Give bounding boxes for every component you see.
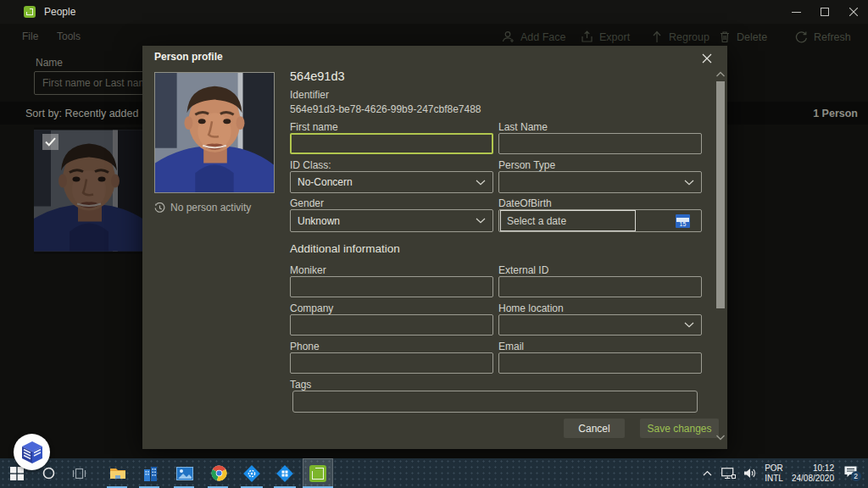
menu-tools[interactable]: Tools bbox=[57, 30, 81, 42]
task-view-button[interactable] bbox=[66, 458, 92, 488]
chrome-icon bbox=[211, 465, 227, 481]
identifier-value: 564e91d3-be78-4626-99b9-247cbf8e7488 bbox=[290, 103, 481, 115]
person-name-heading: 564e91d3 bbox=[290, 69, 345, 83]
id-class-select[interactable]: No-Concern bbox=[290, 171, 493, 193]
id-class-value: No-Concern bbox=[298, 176, 353, 188]
refresh-icon bbox=[795, 30, 808, 43]
delete-button[interactable]: Delete bbox=[719, 30, 767, 43]
scrollbar-thumb[interactable] bbox=[716, 81, 725, 308]
scroll-up-icon[interactable] bbox=[715, 71, 726, 78]
tags-input[interactable] bbox=[292, 391, 698, 413]
diamond-grid-app-button[interactable] bbox=[271, 458, 298, 488]
thumbnail-checkbox[interactable] bbox=[42, 134, 58, 150]
language-tray-button[interactable]: POR INTL bbox=[760, 458, 788, 488]
phone-input[interactable] bbox=[290, 352, 493, 374]
name-filter-label: Name bbox=[36, 57, 63, 69]
scroll-down-icon[interactable] bbox=[715, 434, 726, 441]
task-view-icon bbox=[72, 468, 86, 480]
brand-logo bbox=[14, 434, 50, 470]
company-label: Company bbox=[290, 302, 333, 314]
person-photo bbox=[154, 72, 275, 193]
tags-label: Tags bbox=[290, 379, 311, 391]
chrome-button[interactable] bbox=[206, 458, 231, 488]
person-type-select[interactable] bbox=[498, 171, 702, 193]
dialog-close-button[interactable] bbox=[702, 52, 712, 67]
person-add-icon bbox=[502, 30, 515, 43]
person-profile-dialog: Person profile No person activity 564e91… bbox=[142, 46, 727, 449]
buildings-icon bbox=[142, 466, 159, 481]
chevron-down-icon bbox=[476, 180, 486, 186]
trash-icon bbox=[719, 30, 731, 43]
maximize-button[interactable] bbox=[810, 1, 839, 23]
windows-logo-icon bbox=[10, 467, 24, 480]
additional-info-heading: Additional information bbox=[290, 242, 400, 255]
chevron-up-icon bbox=[703, 470, 712, 476]
regroup-label: Regroup bbox=[669, 31, 709, 43]
last-name-label: Last Name bbox=[498, 121, 548, 133]
minimize-button[interactable] bbox=[782, 1, 810, 23]
arrow-up-icon bbox=[651, 30, 663, 43]
photos-app-button[interactable] bbox=[172, 458, 198, 488]
taskbar: POR INTL 10:12 24/08/2020 2 bbox=[0, 458, 868, 488]
app-logo-icon bbox=[24, 6, 36, 18]
action-center-button[interactable]: 2 bbox=[837, 458, 863, 488]
person-type-label: Person Type bbox=[498, 159, 555, 171]
person-thumbnail[interactable] bbox=[34, 127, 144, 254]
gender-select[interactable]: Unknown bbox=[290, 209, 493, 232]
home-location-label: Home location bbox=[498, 302, 564, 314]
last-name-input[interactable] bbox=[498, 133, 702, 154]
city-app-button[interactable] bbox=[137, 458, 163, 488]
tray-expand-button[interactable] bbox=[698, 458, 715, 488]
external-id-input[interactable] bbox=[498, 276, 702, 297]
id-class-label: ID Class: bbox=[290, 159, 331, 171]
save-changes-button[interactable]: Save changes bbox=[640, 419, 719, 438]
network-tray-button[interactable] bbox=[718, 458, 738, 488]
first-name-input[interactable] bbox=[290, 133, 493, 154]
history-clock-icon bbox=[154, 202, 165, 214]
network-icon bbox=[721, 468, 736, 480]
diamond-grid-icon bbox=[275, 463, 295, 484]
sort-by-control[interactable]: Sort by: Recently added bbox=[25, 108, 153, 119]
company-input[interactable] bbox=[290, 314, 493, 336]
refresh-label: Refresh bbox=[814, 31, 851, 43]
email-label: Email bbox=[498, 341, 524, 352]
chevron-down-icon bbox=[684, 180, 694, 186]
menu-file[interactable]: File bbox=[22, 30, 38, 42]
email-input[interactable] bbox=[498, 352, 702, 374]
dob-input[interactable] bbox=[500, 210, 636, 231]
cancel-button[interactable]: Cancel bbox=[564, 419, 625, 438]
clock-tray-button[interactable]: 10:12 24/08/2020 bbox=[787, 458, 836, 488]
export-button[interactable]: Export bbox=[581, 30, 630, 43]
close-icon bbox=[702, 53, 712, 64]
people-app-button[interactable] bbox=[303, 458, 333, 488]
identifier-label: Identifier bbox=[290, 89, 329, 101]
people-app-icon bbox=[309, 465, 326, 482]
dialog-title: Person profile bbox=[154, 51, 223, 63]
calendar-day: 15 bbox=[676, 221, 690, 228]
volume-tray-button[interactable] bbox=[739, 458, 760, 488]
chevron-down-icon bbox=[684, 322, 694, 328]
calendar-icon[interactable]: 15 bbox=[676, 214, 690, 228]
phone-label: Phone bbox=[290, 341, 320, 352]
dob-field: 15 bbox=[498, 209, 702, 232]
activity-status: No person activity bbox=[154, 202, 251, 214]
close-window-button[interactable] bbox=[839, 1, 868, 23]
cortana-ring-icon bbox=[42, 467, 55, 480]
person-count: 1 Person bbox=[813, 108, 858, 119]
add-face-button[interactable]: Add Face bbox=[502, 30, 566, 43]
chevron-down-icon bbox=[476, 218, 486, 224]
regroup-button[interactable]: Regroup bbox=[651, 30, 709, 43]
home-location-select[interactable] bbox=[498, 314, 702, 336]
moniker-label: Moniker bbox=[290, 264, 326, 276]
gender-value: Unknown bbox=[298, 215, 340, 227]
file-explorer-button[interactable] bbox=[105, 458, 131, 488]
moniker-input[interactable] bbox=[290, 276, 493, 297]
gender-label: Gender bbox=[290, 197, 324, 209]
dob-label: DateOfBirth bbox=[498, 197, 552, 209]
diamond-gear-icon bbox=[242, 463, 262, 484]
diamond-gear-app-button[interactable] bbox=[238, 458, 265, 488]
file-explorer-icon bbox=[109, 466, 126, 480]
refresh-button[interactable]: Refresh bbox=[795, 30, 851, 43]
external-id-label: External ID bbox=[498, 264, 548, 276]
title-bar: People bbox=[0, 0, 868, 24]
